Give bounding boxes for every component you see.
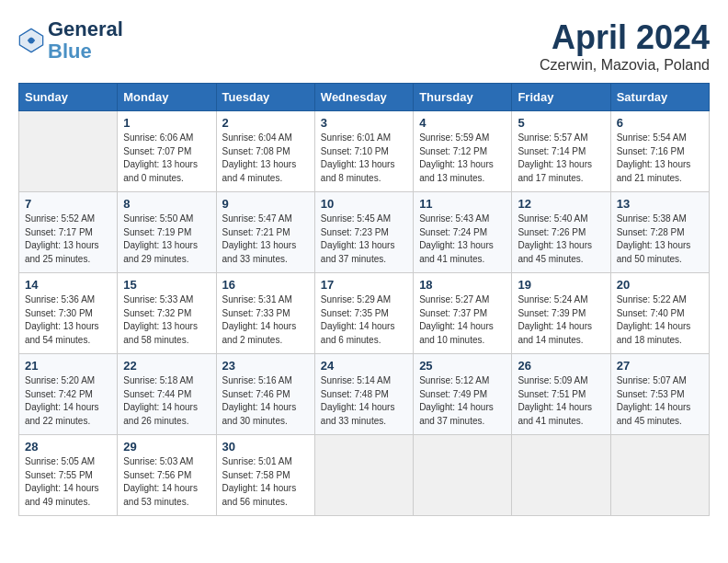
day-info: Sunrise: 5:01 AM Sunset: 7:58 PM Dayligh… — [222, 455, 309, 509]
day-info: Sunrise: 5:14 AM Sunset: 7:48 PM Dayligh… — [321, 374, 407, 428]
day-cell: 6Sunrise: 5:54 AM Sunset: 7:16 PM Daylig… — [610, 111, 709, 192]
day-number: 21 — [25, 359, 111, 373]
day-cell: 11Sunrise: 5:43 AM Sunset: 7:24 PM Dayli… — [414, 192, 512, 273]
day-number: 15 — [123, 278, 210, 292]
day-info: Sunrise: 5:20 AM Sunset: 7:42 PM Dayligh… — [25, 374, 111, 428]
day-number: 4 — [419, 116, 506, 130]
day-number: 6 — [617, 116, 703, 130]
day-info: Sunrise: 5:12 AM Sunset: 7:49 PM Dayligh… — [419, 374, 506, 428]
day-cell: 7Sunrise: 5:52 AM Sunset: 7:17 PM Daylig… — [19, 192, 118, 273]
day-info: Sunrise: 5:27 AM Sunset: 7:37 PM Dayligh… — [419, 293, 506, 347]
day-cell: 20Sunrise: 5:22 AM Sunset: 7:40 PM Dayli… — [610, 273, 709, 354]
day-info: Sunrise: 5:07 AM Sunset: 7:53 PM Dayligh… — [617, 374, 703, 428]
day-info: Sunrise: 5:52 AM Sunset: 7:17 PM Dayligh… — [25, 213, 111, 266]
col-header-friday: Friday — [512, 84, 610, 111]
week-row-1: 1Sunrise: 6:06 AM Sunset: 7:07 PM Daylig… — [19, 111, 710, 192]
day-cell: 14Sunrise: 5:36 AM Sunset: 7:30 PM Dayli… — [19, 273, 118, 354]
day-number: 23 — [222, 359, 309, 373]
day-info: Sunrise: 6:01 AM Sunset: 7:10 PM Dayligh… — [321, 132, 407, 185]
day-number: 30 — [222, 440, 309, 454]
calendar-table: SundayMondayTuesdayWednesdayThursdayFrid… — [18, 83, 710, 516]
day-cell: 9Sunrise: 5:47 AM Sunset: 7:21 PM Daylig… — [216, 192, 314, 273]
week-row-3: 14Sunrise: 5:36 AM Sunset: 7:30 PM Dayli… — [19, 273, 710, 354]
day-cell — [19, 111, 118, 192]
day-number: 26 — [518, 359, 604, 373]
location: Czerwin, Mazovia, Poland — [540, 57, 710, 74]
col-header-saturday: Saturday — [610, 84, 709, 111]
day-info: Sunrise: 5:59 AM Sunset: 7:12 PM Dayligh… — [419, 132, 506, 185]
day-number: 5 — [518, 116, 604, 130]
day-info: Sunrise: 5:03 AM Sunset: 7:56 PM Dayligh… — [123, 455, 210, 509]
day-number: 7 — [25, 197, 111, 211]
day-info: Sunrise: 5:47 AM Sunset: 7:21 PM Dayligh… — [222, 213, 309, 266]
logo-text: GeneralBlue — [48, 18, 123, 63]
day-cell: 25Sunrise: 5:12 AM Sunset: 7:49 PM Dayli… — [414, 354, 512, 435]
day-cell: 21Sunrise: 5:20 AM Sunset: 7:42 PM Dayli… — [19, 354, 118, 435]
day-info: Sunrise: 5:43 AM Sunset: 7:24 PM Dayligh… — [419, 213, 506, 266]
day-number: 13 — [617, 197, 703, 211]
calendar-header-row: SundayMondayTuesdayWednesdayThursdayFrid… — [19, 84, 710, 111]
day-cell — [314, 435, 413, 516]
day-info: Sunrise: 5:29 AM Sunset: 7:35 PM Dayligh… — [321, 293, 407, 347]
day-cell: 24Sunrise: 5:14 AM Sunset: 7:48 PM Dayli… — [314, 354, 413, 435]
day-cell: 5Sunrise: 5:57 AM Sunset: 7:14 PM Daylig… — [512, 111, 610, 192]
col-header-thursday: Thursday — [414, 84, 512, 111]
logo: GeneralBlue — [18, 18, 123, 63]
day-cell: 19Sunrise: 5:24 AM Sunset: 7:39 PM Dayli… — [512, 273, 610, 354]
day-number: 25 — [419, 359, 506, 373]
day-number: 1 — [123, 116, 210, 130]
day-cell: 8Sunrise: 5:50 AM Sunset: 7:19 PM Daylig… — [118, 192, 216, 273]
day-info: Sunrise: 5:54 AM Sunset: 7:16 PM Dayligh… — [617, 132, 703, 185]
title-block: April 2024 Czerwin, Mazovia, Poland — [540, 18, 710, 74]
col-header-sunday: Sunday — [19, 84, 118, 111]
day-cell: 26Sunrise: 5:09 AM Sunset: 7:51 PM Dayli… — [512, 354, 610, 435]
day-number: 22 — [123, 359, 210, 373]
day-info: Sunrise: 5:16 AM Sunset: 7:46 PM Dayligh… — [222, 374, 309, 428]
col-header-monday: Monday — [118, 84, 216, 111]
logo-icon — [18, 28, 44, 53]
month-title: April 2024 — [540, 18, 710, 57]
day-info: Sunrise: 5:24 AM Sunset: 7:39 PM Dayligh… — [518, 293, 604, 347]
day-number: 11 — [419, 197, 506, 211]
week-row-5: 28Sunrise: 5:05 AM Sunset: 7:55 PM Dayli… — [19, 435, 710, 516]
day-number: 8 — [123, 197, 210, 211]
col-header-wednesday: Wednesday — [314, 84, 413, 111]
day-cell: 23Sunrise: 5:16 AM Sunset: 7:46 PM Dayli… — [216, 354, 314, 435]
day-number: 18 — [419, 278, 506, 292]
day-cell: 13Sunrise: 5:38 AM Sunset: 7:28 PM Dayli… — [610, 192, 709, 273]
day-cell — [512, 435, 610, 516]
day-cell: 10Sunrise: 5:45 AM Sunset: 7:23 PM Dayli… — [314, 192, 413, 273]
day-cell: 4Sunrise: 5:59 AM Sunset: 7:12 PM Daylig… — [414, 111, 512, 192]
day-info: Sunrise: 5:57 AM Sunset: 7:14 PM Dayligh… — [518, 132, 604, 185]
day-cell: 27Sunrise: 5:07 AM Sunset: 7:53 PM Dayli… — [610, 354, 709, 435]
day-cell: 29Sunrise: 5:03 AM Sunset: 7:56 PM Dayli… — [118, 435, 216, 516]
day-number: 2 — [222, 116, 309, 130]
day-number: 19 — [518, 278, 604, 292]
day-info: Sunrise: 5:36 AM Sunset: 7:30 PM Dayligh… — [25, 293, 111, 347]
day-number: 10 — [321, 197, 407, 211]
day-info: Sunrise: 5:45 AM Sunset: 7:23 PM Dayligh… — [321, 213, 407, 266]
day-number: 16 — [222, 278, 309, 292]
day-info: Sunrise: 5:09 AM Sunset: 7:51 PM Dayligh… — [518, 374, 604, 428]
day-info: Sunrise: 5:40 AM Sunset: 7:26 PM Dayligh… — [518, 213, 604, 266]
day-cell: 16Sunrise: 5:31 AM Sunset: 7:33 PM Dayli… — [216, 273, 314, 354]
day-info: Sunrise: 5:18 AM Sunset: 7:44 PM Dayligh… — [123, 374, 210, 428]
day-cell: 1Sunrise: 6:06 AM Sunset: 7:07 PM Daylig… — [118, 111, 216, 192]
day-number: 24 — [321, 359, 407, 373]
day-number: 14 — [25, 278, 111, 292]
day-number: 9 — [222, 197, 309, 211]
day-cell — [610, 435, 709, 516]
day-cell: 22Sunrise: 5:18 AM Sunset: 7:44 PM Dayli… — [118, 354, 216, 435]
page-header: GeneralBlue April 2024 Czerwin, Mazovia,… — [18, 18, 710, 74]
day-number: 17 — [321, 278, 407, 292]
day-cell: 3Sunrise: 6:01 AM Sunset: 7:10 PM Daylig… — [314, 111, 413, 192]
day-number: 12 — [518, 197, 604, 211]
day-number: 29 — [123, 440, 210, 454]
day-number: 20 — [617, 278, 703, 292]
day-cell: 17Sunrise: 5:29 AM Sunset: 7:35 PM Dayli… — [314, 273, 413, 354]
day-info: Sunrise: 5:38 AM Sunset: 7:28 PM Dayligh… — [617, 213, 703, 266]
day-cell: 28Sunrise: 5:05 AM Sunset: 7:55 PM Dayli… — [19, 435, 118, 516]
day-cell: 12Sunrise: 5:40 AM Sunset: 7:26 PM Dayli… — [512, 192, 610, 273]
week-row-2: 7Sunrise: 5:52 AM Sunset: 7:17 PM Daylig… — [19, 192, 710, 273]
day-info: Sunrise: 6:06 AM Sunset: 7:07 PM Dayligh… — [123, 132, 210, 185]
